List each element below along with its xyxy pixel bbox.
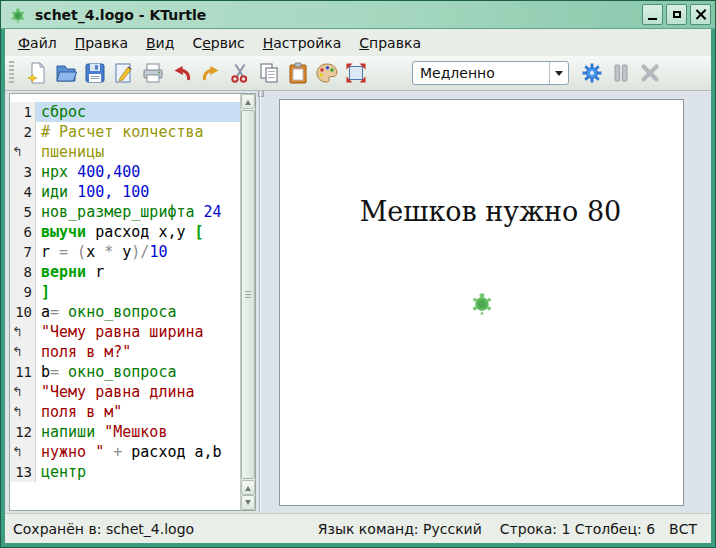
code-text: верни r bbox=[36, 262, 240, 282]
toolbar: Медленно bbox=[5, 56, 711, 91]
close-icon bbox=[695, 9, 706, 20]
scroll-up-button[interactable] bbox=[241, 94, 255, 109]
menubar: ФайлПравкаВидСервисНастройкаСправка bbox=[5, 29, 711, 56]
code-text: b= окно_вопроса bbox=[36, 362, 240, 382]
maximize-icon bbox=[673, 11, 681, 18]
pause-button[interactable] bbox=[607, 59, 634, 87]
code-text: "Чему равна ширина bbox=[36, 322, 240, 342]
save-file-button[interactable] bbox=[81, 59, 108, 87]
menu-item-help[interactable]: Справка bbox=[350, 32, 430, 54]
new-file-button[interactable] bbox=[23, 59, 50, 87]
code-line: 3нрх 400,400 bbox=[10, 162, 240, 182]
code-editor[interactable]: 1сброс2# Расчет колчества↰пшеницы3нрх 40… bbox=[9, 93, 256, 511]
code-line: ↰"Чему равна ширина bbox=[10, 322, 240, 342]
color-picker-button[interactable] bbox=[313, 59, 340, 87]
new-file-icon bbox=[25, 61, 49, 85]
abort-button[interactable] bbox=[636, 59, 663, 87]
scrollbar-grip-icon bbox=[245, 291, 251, 299]
menu-item-view[interactable]: Вид bbox=[137, 32, 183, 54]
close-button[interactable] bbox=[690, 4, 711, 25]
print-icon bbox=[141, 61, 165, 85]
run-speed-select[interactable]: Медленно bbox=[412, 61, 569, 85]
code-line: ↰"Чему равна длина bbox=[10, 382, 240, 402]
cut-icon bbox=[228, 61, 252, 85]
line-number: 6 bbox=[10, 222, 36, 242]
code-line: 12напиши "Мешков bbox=[10, 422, 240, 442]
menu-item-tools[interactable]: Сервис bbox=[183, 32, 253, 54]
edit-file-icon bbox=[112, 61, 136, 85]
status-insert-mode: ВСТ bbox=[669, 521, 697, 537]
code-text: центр bbox=[36, 462, 240, 482]
turtle-sprite-icon bbox=[469, 290, 495, 316]
menu-item-edit[interactable]: Правка bbox=[66, 32, 137, 54]
statusbar: Сохранён в: schet_4.logo Язык команд: Ру… bbox=[5, 513, 711, 543]
toolbar-file-group bbox=[22, 59, 370, 87]
arrow-up-icon bbox=[245, 483, 251, 491]
code-text: # Расчет колчества bbox=[36, 122, 240, 142]
edit-file-button[interactable] bbox=[110, 59, 137, 87]
window-title: schet_4.logo - KTurtle bbox=[35, 7, 639, 23]
line-wrap-icon: ↰ bbox=[10, 322, 36, 342]
pause-icon bbox=[609, 61, 633, 85]
code-text: нов_размер_шрифта 24 bbox=[36, 202, 240, 222]
main-content: 1сброс2# Расчет колчества↰пшеницы3нрх 40… bbox=[5, 91, 711, 513]
line-wrap-icon: ↰ bbox=[10, 442, 36, 462]
toolbar-grip[interactable] bbox=[9, 61, 14, 85]
menu-item-settings[interactable]: Настройка bbox=[254, 32, 351, 54]
maximize-button[interactable] bbox=[666, 4, 687, 25]
code-line: 4иди 100, 100 bbox=[10, 182, 240, 202]
code-text: нрх 400,400 bbox=[36, 162, 240, 182]
fullscreen-icon bbox=[344, 61, 368, 85]
code-line: 11b= окно_вопроса bbox=[10, 362, 240, 382]
canvas-output-text: Мешков нужно 80 bbox=[280, 196, 683, 227]
line-number: 4 bbox=[10, 182, 36, 202]
scrollbar-thumb[interactable] bbox=[241, 110, 255, 479]
titlebar: schet_4.logo - KTurtle bbox=[1, 1, 715, 29]
line-number: 9 bbox=[10, 282, 36, 302]
color-picker-icon bbox=[315, 61, 339, 85]
fullscreen-button[interactable] bbox=[342, 59, 369, 87]
canvas-area: Мешков нужно 80 bbox=[264, 91, 711, 513]
line-number: 10 bbox=[10, 302, 36, 322]
menu-item-file[interactable]: Файл bbox=[9, 32, 66, 54]
code-line: 2# Расчет колчества bbox=[10, 122, 240, 142]
open-file-button[interactable] bbox=[52, 59, 79, 87]
editor-canvas-splitter[interactable] bbox=[256, 91, 264, 513]
kturtle-turtle-icon bbox=[9, 6, 27, 24]
paste-button[interactable] bbox=[284, 59, 311, 87]
undo-button[interactable] bbox=[168, 59, 195, 87]
print-button[interactable] bbox=[139, 59, 166, 87]
save-file-icon bbox=[83, 61, 107, 85]
redo-button[interactable] bbox=[197, 59, 224, 87]
code-line: ↰поля в м?" bbox=[10, 342, 240, 362]
code-line: 13центр bbox=[10, 462, 240, 482]
editor-scrollbar[interactable] bbox=[240, 94, 255, 510]
status-saved: Сохранён в: schet_4.logo bbox=[13, 521, 318, 537]
code-line: 5нов_размер_шрифта 24 bbox=[10, 202, 240, 222]
minimize-button[interactable] bbox=[642, 4, 663, 25]
open-file-icon bbox=[54, 61, 78, 85]
scroll-down-button[interactable] bbox=[241, 495, 255, 510]
code-text: a= окно_вопроса bbox=[36, 302, 240, 322]
code-text: напиши "Мешков bbox=[36, 422, 240, 442]
turtle-canvas: Мешков нужно 80 bbox=[279, 99, 684, 506]
toolbar-exec-group bbox=[577, 59, 664, 87]
code-lines: 1сброс2# Расчет колчества↰пшеницы3нрх 40… bbox=[10, 102, 240, 482]
line-number: 12 bbox=[10, 422, 36, 442]
redo-icon bbox=[199, 61, 223, 85]
execute-icon bbox=[580, 61, 604, 85]
code-text: "Чему равна длина bbox=[36, 382, 240, 402]
code-text: сброс bbox=[36, 102, 240, 122]
line-number: 8 bbox=[10, 262, 36, 282]
code-line: 6выучи расход x,y [ bbox=[10, 222, 240, 242]
line-number: 7 bbox=[10, 242, 36, 262]
code-line: ↰пшеницы bbox=[10, 142, 240, 162]
line-wrap-icon: ↰ bbox=[10, 382, 36, 402]
copy-button[interactable] bbox=[255, 59, 282, 87]
run-speed-value: Медленно bbox=[413, 65, 549, 81]
cut-button[interactable] bbox=[226, 59, 253, 87]
execute-button[interactable] bbox=[578, 59, 605, 87]
line-number: 1 bbox=[10, 102, 36, 122]
run-speed-dropdown-button[interactable] bbox=[549, 62, 568, 84]
scroll-up-button-2[interactable] bbox=[241, 480, 255, 495]
